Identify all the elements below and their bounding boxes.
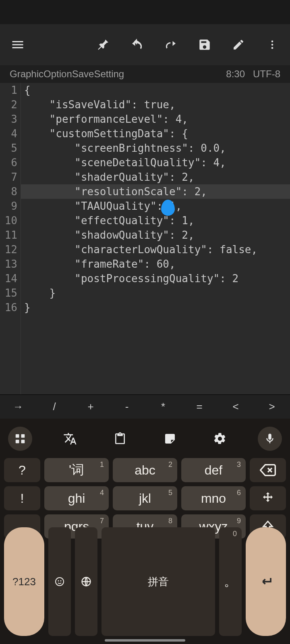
svg-point-9 — [60, 580, 62, 582]
status-bar — [0, 0, 290, 24]
code-line-active[interactable]: "resolutionScale": 2, — [21, 184, 290, 199]
menu-icon[interactable] — [8, 35, 27, 54]
key-mno[interactable]: 6mno — [181, 486, 246, 510]
line-number: 7 — [0, 170, 17, 184]
line-number: 9 — [0, 199, 17, 213]
save-icon[interactable] — [195, 35, 214, 54]
backspace-key[interactable] — [250, 458, 286, 482]
svg-rect-3 — [16, 434, 19, 438]
more-icon[interactable] — [263, 35, 282, 54]
cursor-handle[interactable] — [161, 200, 175, 216]
line-number: 14 — [0, 271, 17, 286]
info-bar: GraphicOptionSaveSetting 8:30 UTF-8 — [0, 65, 290, 83]
code-editor[interactable]: 1 2 3 4 5 6 7 8 9 10 11 12 13 14 15 16 {… — [0, 83, 290, 394]
line-number: 16 — [0, 300, 17, 315]
code-line[interactable]: "shaderQuality": 2, — [21, 170, 290, 184]
svg-point-8 — [58, 580, 59, 582]
pin-icon[interactable] — [93, 35, 113, 54]
svg-point-7 — [56, 578, 64, 586]
code-line[interactable]: "postProcessingQuality": 2 — [21, 271, 290, 286]
line-number: 5 — [0, 141, 17, 155]
sym-tab[interactable]: → — [0, 400, 36, 413]
key-jkl[interactable]: 5jkl — [113, 486, 177, 510]
encoding-label: UTF-8 — [253, 68, 280, 80]
code-line[interactable]: { — [21, 83, 290, 97]
line-number: 3 — [0, 112, 17, 126]
sym-plus[interactable]: + — [72, 400, 109, 413]
key-question[interactable]: ? — [4, 458, 40, 482]
edit-icon[interactable] — [229, 35, 248, 54]
key-ci[interactable]: 1'词 — [44, 458, 109, 482]
code-line[interactable]: "sceneDetailQuality": 4, — [21, 155, 290, 170]
translate-icon[interactable] — [58, 427, 82, 451]
line-number: 13 — [0, 257, 17, 271]
apps-icon[interactable] — [8, 427, 32, 451]
nav-handle[interactable] — [105, 639, 185, 642]
key-exclaim[interactable]: ! — [4, 486, 40, 510]
svg-rect-6 — [21, 440, 25, 444]
svg-point-2 — [271, 47, 273, 49]
emoji-key[interactable] — [48, 527, 71, 636]
enter-key[interactable] — [246, 527, 286, 636]
line-number: 10 — [0, 213, 17, 228]
filename-label: GraphicOptionSaveSetting — [10, 68, 124, 80]
undo-icon[interactable] — [127, 35, 147, 54]
line-number: 1 — [0, 83, 17, 97]
line-number: 12 — [0, 242, 17, 257]
code-line[interactable]: } — [21, 286, 290, 300]
code-line[interactable]: "isSaveValid": true, — [21, 97, 290, 112]
svg-rect-4 — [21, 434, 25, 438]
key-abc[interactable]: 2abc — [113, 458, 177, 482]
sym-minus[interactable]: - — [109, 400, 145, 413]
sym-equals[interactable]: = — [181, 400, 218, 413]
line-number: 8 — [0, 184, 17, 199]
toolbar — [0, 24, 290, 65]
svg-rect-5 — [16, 440, 19, 444]
code-line[interactable]: "shadowQuality": 2, — [21, 228, 290, 242]
code-line[interactable]: "performanceLevel": 4, — [21, 112, 290, 126]
line-number: 6 — [0, 155, 17, 170]
settings-icon[interactable] — [208, 427, 232, 451]
sticker-icon[interactable] — [158, 427, 182, 451]
key-def[interactable]: 3def — [181, 458, 246, 482]
symbol-row: → / + - * = < > — [0, 394, 290, 419]
sym-slash[interactable]: / — [36, 400, 72, 413]
sym-gt[interactable]: > — [254, 400, 290, 413]
period-key[interactable]: 0。 — [219, 527, 242, 636]
code-line[interactable]: "customSettingData": { — [21, 126, 290, 141]
space-key[interactable]: 拼音 — [102, 527, 215, 636]
svg-point-0 — [271, 41, 273, 43]
key-ghi[interactable]: 4ghi — [44, 486, 109, 510]
line-number: 11 — [0, 228, 17, 242]
line-gutter: 1 2 3 4 5 6 7 8 9 10 11 12 13 14 15 16 — [0, 83, 21, 394]
code-content[interactable]: { "isSaveValid": true, "performanceLevel… — [21, 83, 290, 394]
code-line[interactable]: } — [21, 300, 290, 315]
keyboard: ? 1'词 2abc 3def ! 4ghi 5jkl 6mno ... 7pq… — [0, 419, 290, 644]
cursor-move-key[interactable] — [250, 486, 286, 510]
language-key[interactable] — [75, 527, 97, 636]
clipboard-icon[interactable] — [108, 427, 132, 451]
code-line[interactable]: "effectQuality": 1, — [21, 213, 290, 228]
line-number: 2 — [0, 97, 17, 112]
symbols-key[interactable]: ?123 — [4, 527, 44, 636]
sym-star[interactable]: * — [145, 400, 181, 413]
keyboard-suggestion-row — [4, 423, 286, 455]
svg-point-1 — [271, 44, 273, 46]
line-number: 15 — [0, 286, 17, 300]
code-line[interactable]: "frameRate": 60, — [21, 257, 290, 271]
code-line[interactable]: "characterLowQuality": false, — [21, 242, 290, 257]
code-line[interactable]: "screenBrightness": 0.0, — [21, 141, 290, 155]
cursor-position: 8:30 — [226, 68, 245, 80]
redo-icon[interactable] — [161, 35, 180, 54]
sym-lt[interactable]: < — [218, 400, 254, 413]
mic-icon[interactable] — [258, 427, 282, 451]
line-number: 4 — [0, 126, 17, 141]
code-line[interactable]: "TAAUQuality": 1, — [21, 199, 290, 213]
